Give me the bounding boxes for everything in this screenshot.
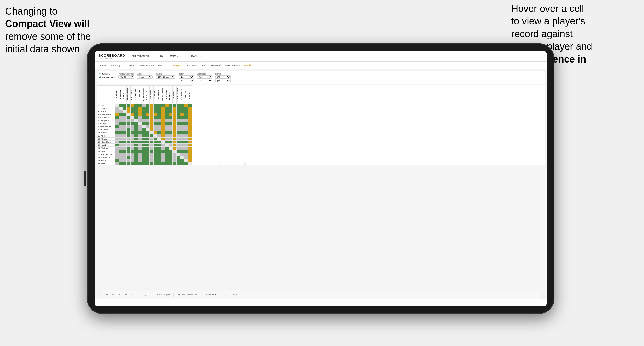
cell-6-7[interactable] xyxy=(138,119,142,122)
cell-4-11[interactable] xyxy=(154,113,157,116)
cell-14-3[interactable] xyxy=(123,144,127,147)
cell-15-9[interactable] xyxy=(146,147,150,150)
cell-7-16[interactable] xyxy=(173,122,177,125)
cell-3-14[interactable] xyxy=(165,110,169,113)
compact-view-radio[interactable] xyxy=(99,76,101,78)
info-btn[interactable]: ⓘ xyxy=(144,293,148,297)
cell-15-20[interactable] xyxy=(188,147,192,150)
cell-3-13[interactable] xyxy=(161,110,165,113)
cell-4-1[interactable] xyxy=(115,113,119,116)
cell-15-10[interactable] xyxy=(150,147,154,150)
cell-18-6[interactable] xyxy=(134,156,138,159)
share-btn[interactable]: ⤴ Share xyxy=(229,293,239,296)
tab-h2h-grid-1[interactable]: H2H Grid xyxy=(124,62,135,69)
cell-8-16[interactable] xyxy=(173,125,177,128)
cell-11-12[interactable] xyxy=(157,134,161,138)
cell-18-16[interactable] xyxy=(173,156,177,159)
cell-3-4[interactable] xyxy=(127,110,131,113)
cell-4-8[interactable] xyxy=(142,113,146,116)
cell-7-12[interactable] xyxy=(157,122,161,125)
cell-14-1[interactable] xyxy=(115,144,119,147)
cell-1-14[interactable] xyxy=(165,104,169,107)
cell-12-12[interactable] xyxy=(157,138,161,141)
cell-20-12[interactable] xyxy=(157,162,161,165)
cell-15-19[interactable] xyxy=(184,147,188,150)
cell-19-13[interactable] xyxy=(161,159,165,162)
cell-13-13[interactable] xyxy=(161,141,165,144)
cell-16-12[interactable] xyxy=(157,150,161,153)
cell-18-7[interactable] xyxy=(138,156,142,159)
cell-14-14[interactable] xyxy=(165,144,169,147)
cell-13-15[interactable] xyxy=(169,141,173,144)
cell-2-7[interactable] xyxy=(138,107,142,110)
cell-9-3[interactable] xyxy=(123,128,127,131)
cell-12-7[interactable] xyxy=(138,138,142,141)
cell-10-20[interactable] xyxy=(188,131,192,134)
cell-6-1[interactable] xyxy=(115,119,119,122)
cell-10-12[interactable] xyxy=(157,131,161,134)
cell-14-12[interactable] xyxy=(157,144,161,147)
cell-8-17[interactable] xyxy=(177,125,180,128)
cell-2-1[interactable] xyxy=(115,107,119,110)
filter-conference-select-1[interactable]: (All) xyxy=(197,75,212,79)
cell-20-16[interactable] xyxy=(173,162,177,165)
cell-7-13[interactable] xyxy=(161,122,165,125)
full-view-radio[interactable] xyxy=(99,73,101,75)
cell-9-4[interactable] xyxy=(127,128,131,131)
cell-9-15[interactable] xyxy=(169,128,173,131)
cell-12-15[interactable] xyxy=(169,138,173,141)
cell-13-2[interactable] xyxy=(119,141,123,144)
cell-10-4[interactable] xyxy=(127,131,131,134)
cell-3-6[interactable] xyxy=(134,110,138,113)
cell-8-1[interactable] xyxy=(115,125,119,128)
cell-5-13[interactable] xyxy=(161,116,165,119)
cell-16-16[interactable] xyxy=(173,150,177,153)
cell-17-5[interactable] xyxy=(131,153,134,156)
cell-2-19[interactable] xyxy=(184,107,188,110)
cell-11-10[interactable] xyxy=(150,134,154,138)
cell-6-13[interactable] xyxy=(161,119,165,122)
cell-13-14[interactable] xyxy=(165,141,169,144)
cell-12-18[interactable] xyxy=(180,138,184,141)
cell-9-19[interactable] xyxy=(184,128,188,131)
cell-9-17[interactable] xyxy=(177,128,180,131)
cell-6-4[interactable] xyxy=(127,119,131,122)
cell-13-3[interactable] xyxy=(123,141,127,144)
cell-18-8[interactable] xyxy=(142,156,146,159)
cell-10-14[interactable] xyxy=(165,131,169,134)
cell-13-6[interactable] xyxy=(134,141,138,144)
cell-11-6[interactable] xyxy=(134,134,138,138)
cell-19-16[interactable] xyxy=(173,159,177,162)
cell-1-20[interactable] xyxy=(188,104,192,107)
cell-20-19[interactable] xyxy=(184,162,188,165)
cell-5-15[interactable] xyxy=(169,116,173,119)
cell-18-18[interactable] xyxy=(180,156,184,159)
cell-15-5[interactable] xyxy=(131,147,134,150)
cell-17-10[interactable] xyxy=(150,153,154,156)
cell-12-2[interactable] xyxy=(119,138,123,141)
cell-17-16[interactable] xyxy=(173,153,177,156)
cell-9-9[interactable] xyxy=(146,128,150,131)
cell-7-10[interactable] xyxy=(150,122,154,125)
cell-14-18[interactable] xyxy=(180,144,184,147)
cell-1-2[interactable] xyxy=(119,104,123,107)
cell-13-16[interactable] xyxy=(173,141,177,144)
cell-19-4[interactable] xyxy=(127,159,131,162)
cell-17-6[interactable] xyxy=(134,153,138,156)
cell-18-14[interactable] xyxy=(165,156,169,159)
filter-gender-select[interactable]: Men's xyxy=(137,75,153,79)
cell-7-11[interactable] xyxy=(154,122,157,125)
cell-15-4[interactable] xyxy=(127,147,131,150)
cell-10-18[interactable] xyxy=(180,131,184,134)
cell-18-10[interactable] xyxy=(150,156,154,159)
cell-4-15[interactable] xyxy=(169,113,173,116)
cell-20-8[interactable] xyxy=(142,162,146,165)
cell-15-1[interactable] xyxy=(115,147,119,150)
cell-16-10[interactable] xyxy=(150,150,154,153)
cell-16-11[interactable] xyxy=(154,150,157,153)
cell-17-17[interactable] xyxy=(177,153,180,156)
cell-9-6[interactable] xyxy=(134,128,138,131)
cell-17-19[interactable] xyxy=(184,153,188,156)
cell-14-2[interactable] xyxy=(119,144,123,147)
cell-6-10[interactable] xyxy=(150,119,154,122)
